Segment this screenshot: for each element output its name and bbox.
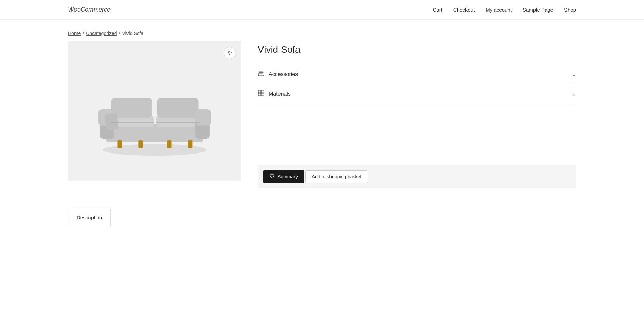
product-image-container xyxy=(68,41,241,181)
accordion-header-accessories[interactable]: Accessories ⌄ xyxy=(258,65,576,84)
breadcrumb-separator-2: / xyxy=(119,31,120,36)
site-logo[interactable]: WooCommerce xyxy=(68,6,111,13)
product-image xyxy=(87,60,223,162)
accessories-icon xyxy=(258,70,265,78)
accordion-header-materials[interactable]: Materials ⌄ xyxy=(258,84,576,104)
nav-checkout[interactable]: Checkout xyxy=(453,7,475,13)
svg-rect-14 xyxy=(188,140,192,148)
svg-rect-23 xyxy=(261,90,264,93)
nav-my-account[interactable]: My account xyxy=(486,7,512,13)
breadcrumb-home[interactable]: Home xyxy=(68,31,81,36)
svg-rect-13 xyxy=(167,140,171,148)
add-to-basket-button[interactable]: Add to shopping basket xyxy=(305,170,368,183)
svg-rect-4 xyxy=(111,98,152,118)
materials-icon xyxy=(258,90,265,98)
materials-label: Materials xyxy=(269,91,291,97)
svg-rect-9 xyxy=(195,109,211,126)
breadcrumb-current: Vivid Sofa xyxy=(122,31,143,36)
product-accordion: Accessories ⌄ xyxy=(258,65,576,104)
nav-cart[interactable]: Cart xyxy=(433,7,442,13)
cursor-icon xyxy=(224,47,236,59)
svg-rect-11 xyxy=(117,140,122,148)
accessories-chevron: ⌄ xyxy=(572,72,576,77)
breadcrumb: Home / Uncategorized / Vivid Sofa xyxy=(0,20,644,41)
nav-shop[interactable]: Shop xyxy=(564,7,576,13)
breadcrumb-separator-1: / xyxy=(83,31,84,36)
svg-point-26 xyxy=(271,177,272,178)
tab-list: Description xyxy=(68,209,576,227)
product-main: Vivid Sofa xyxy=(0,41,644,209)
summary-bar: Summary Add to shopping basket xyxy=(258,165,576,188)
accordion-header-materials-left: Materials xyxy=(258,90,291,98)
tab-description[interactable]: Description xyxy=(68,209,111,227)
accordion-item-materials: Materials ⌄ xyxy=(258,84,576,104)
breadcrumb-uncategorized[interactable]: Uncategorized xyxy=(86,31,117,36)
materials-chevron: ⌄ xyxy=(572,91,576,97)
svg-rect-3 xyxy=(156,116,200,127)
product-title: Vivid Sofa xyxy=(258,44,576,55)
accordion-item-accessories: Accessories ⌄ xyxy=(258,65,576,84)
svg-rect-12 xyxy=(138,140,143,148)
svg-rect-25 xyxy=(261,93,264,96)
summary-button[interactable]: Summary xyxy=(263,170,304,183)
accordion-header-accessories-left: Accessories xyxy=(258,70,298,78)
svg-rect-22 xyxy=(258,90,261,93)
svg-point-27 xyxy=(273,177,273,178)
site-header: WooCommerce Cart Checkout My account Sam… xyxy=(0,0,644,20)
svg-rect-10 xyxy=(104,113,119,130)
product-details: Vivid Sofa xyxy=(258,41,576,188)
accessories-label: Accessories xyxy=(269,71,298,77)
summary-basket-icon xyxy=(269,173,275,180)
summary-button-label: Summary xyxy=(277,174,298,179)
main-nav: Cart Checkout My account Sample Page Sho… xyxy=(433,7,576,13)
svg-rect-24 xyxy=(258,93,261,96)
svg-rect-5 xyxy=(157,98,199,118)
nav-sample-page[interactable]: Sample Page xyxy=(523,7,553,13)
tabs-section: Description xyxy=(0,209,644,227)
